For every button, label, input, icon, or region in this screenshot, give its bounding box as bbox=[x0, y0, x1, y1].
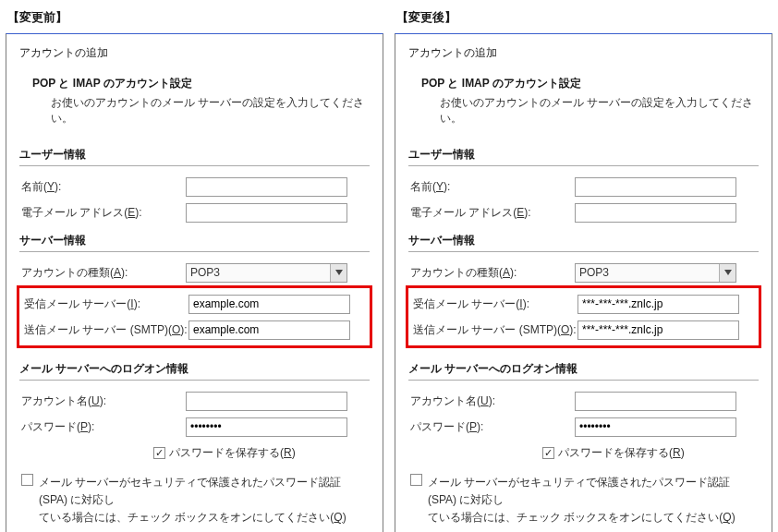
input-password[interactable] bbox=[186, 417, 347, 437]
row-password: パスワード(P): bbox=[408, 414, 759, 440]
intro-description: お使いのアカウントのメール サーバーの設定を入力してください。 bbox=[32, 91, 370, 127]
section-server-info: サーバー情報 bbox=[408, 225, 759, 252]
checkbox-remember-password[interactable] bbox=[542, 447, 554, 459]
label-spa: メール サーバーがセキュリティで保護されたパスワード認証 (SPA) に対応し … bbox=[39, 474, 364, 527]
label-name: 名前(Y): bbox=[408, 179, 575, 195]
label-remember-password: パスワードを保存する(R) bbox=[169, 445, 296, 461]
row-outgoing-server: 送信メール サーバー (SMTP)(O): bbox=[411, 317, 756, 343]
row-spa: メール サーバーがセキュリティで保護されたパスワード認証 (SPA) に対応し … bbox=[408, 468, 759, 527]
row-account-type: アカウントの種類(A): POP3 bbox=[19, 260, 370, 285]
label-incoming-server: 受信メール サーバー(I): bbox=[22, 296, 188, 312]
section-user-info: ユーザー情報 bbox=[19, 139, 370, 166]
label-email: 電子メール アドレス(E): bbox=[408, 205, 575, 221]
label-account-type: アカウントの種類(A): bbox=[19, 265, 186, 281]
select-account-type-value: POP3 bbox=[187, 264, 330, 282]
checkbox-spa[interactable] bbox=[410, 474, 422, 486]
intro-heading: POP と IMAP のアカウント設定 bbox=[32, 76, 370, 91]
dialog-title: アカウントの追加 bbox=[408, 45, 759, 61]
highlighted-server-fields: 受信メール サーバー(I): 送信メール サーバー (SMTP)(O): bbox=[17, 285, 372, 348]
label-outgoing-server: 送信メール サーバー (SMTP)(O): bbox=[22, 322, 188, 338]
row-name: 名前(Y): bbox=[408, 174, 759, 200]
row-outgoing-server: 送信メール サーバー (SMTP)(O): bbox=[22, 317, 367, 343]
select-account-type[interactable]: POP3 bbox=[575, 263, 736, 283]
dialog-title: アカウントの追加 bbox=[19, 45, 370, 61]
account-dialog-panel: アカウントの追加 POP と IMAP のアカウント設定 お使いのアカウントのメ… bbox=[395, 33, 772, 532]
input-email[interactable] bbox=[186, 203, 347, 223]
highlighted-server-fields: 受信メール サーバー(I): 送信メール サーバー (SMTP)(O): bbox=[406, 285, 761, 348]
label-password: パスワード(P): bbox=[408, 419, 575, 435]
input-outgoing-server[interactable] bbox=[577, 320, 739, 340]
row-incoming-server: 受信メール サーバー(I): bbox=[411, 291, 756, 317]
input-incoming-server[interactable] bbox=[188, 295, 350, 314]
row-name: 名前(Y): bbox=[19, 174, 370, 200]
intro-block: POP と IMAP のアカウント設定 お使いのアカウントのメール サーバーの設… bbox=[19, 74, 370, 139]
intro-heading: POP と IMAP のアカウント設定 bbox=[421, 76, 759, 91]
label-account-type: アカウントの種類(A): bbox=[408, 265, 575, 281]
chevron-down-icon bbox=[719, 264, 735, 282]
label-remember-password: パスワードを保存する(R) bbox=[558, 445, 685, 461]
section-user-info: ユーザー情報 bbox=[408, 139, 759, 166]
label-account-name: アカウント名(U): bbox=[19, 393, 186, 409]
section-server-info: サーバー情報 bbox=[19, 225, 370, 252]
label-name: 名前(Y): bbox=[19, 179, 186, 195]
row-incoming-server: 受信メール サーバー(I): bbox=[22, 291, 367, 317]
intro-description: お使いのアカウントのメール サーバーの設定を入力してください。 bbox=[421, 91, 759, 127]
select-account-type-value: POP3 bbox=[576, 264, 719, 282]
label-email: 電子メール アドレス(E): bbox=[19, 205, 186, 221]
row-spa: メール サーバーがセキュリティで保護されたパスワード認証 (SPA) に対応し … bbox=[19, 468, 370, 527]
account-dialog-panel: アカウントの追加 POP と IMAP のアカウント設定 お使いのアカウントのメ… bbox=[6, 33, 383, 532]
row-password: パスワード(P): bbox=[19, 414, 370, 440]
input-outgoing-server[interactable] bbox=[188, 320, 350, 340]
label-password: パスワード(P): bbox=[19, 419, 186, 435]
checkbox-spa[interactable] bbox=[21, 474, 33, 486]
column-before: 【変更前】 アカウントの追加 POP と IMAP のアカウント設定 お使いのア… bbox=[6, 4, 383, 532]
row-email: 電子メール アドレス(E): bbox=[408, 200, 759, 225]
section-logon-info: メール サーバーへのログオン情報 bbox=[408, 354, 759, 381]
comparison-wrapper: 【変更前】 アカウントの追加 POP と IMAP のアカウント設定 お使いのア… bbox=[0, 0, 778, 532]
row-email: 電子メール アドレス(E): bbox=[19, 200, 370, 225]
select-account-type[interactable]: POP3 bbox=[186, 263, 347, 283]
input-account-name[interactable] bbox=[575, 392, 736, 411]
row-account-type: アカウントの種類(A): POP3 bbox=[408, 260, 759, 285]
input-account-name[interactable] bbox=[186, 392, 347, 411]
column-after: 【変更後】 アカウントの追加 POP と IMAP のアカウント設定 お使いのア… bbox=[395, 4, 772, 532]
row-remember-password: パスワードを保存する(R) bbox=[408, 440, 759, 468]
label-account-name: アカウント名(U): bbox=[408, 393, 575, 409]
input-incoming-server[interactable] bbox=[577, 295, 739, 314]
row-remember-password: パスワードを保存する(R) bbox=[19, 440, 370, 468]
input-email[interactable] bbox=[575, 203, 736, 223]
column-after-title: 【変更後】 bbox=[395, 4, 772, 33]
input-name[interactable] bbox=[186, 177, 347, 197]
row-account-name: アカウント名(U): bbox=[19, 388, 370, 414]
section-logon-info: メール サーバーへのログオン情報 bbox=[19, 354, 370, 381]
input-password[interactable] bbox=[575, 417, 736, 437]
chevron-down-icon bbox=[330, 264, 346, 282]
column-before-title: 【変更前】 bbox=[6, 4, 383, 33]
label-outgoing-server: 送信メール サーバー (SMTP)(O): bbox=[411, 322, 577, 338]
input-name[interactable] bbox=[575, 177, 736, 197]
label-spa: メール サーバーがセキュリティで保護されたパスワード認証 (SPA) に対応し … bbox=[428, 474, 753, 527]
row-account-name: アカウント名(U): bbox=[408, 388, 759, 414]
checkbox-remember-password[interactable] bbox=[153, 447, 165, 459]
label-incoming-server: 受信メール サーバー(I): bbox=[411, 296, 577, 312]
intro-block: POP と IMAP のアカウント設定 お使いのアカウントのメール サーバーの設… bbox=[408, 74, 759, 139]
